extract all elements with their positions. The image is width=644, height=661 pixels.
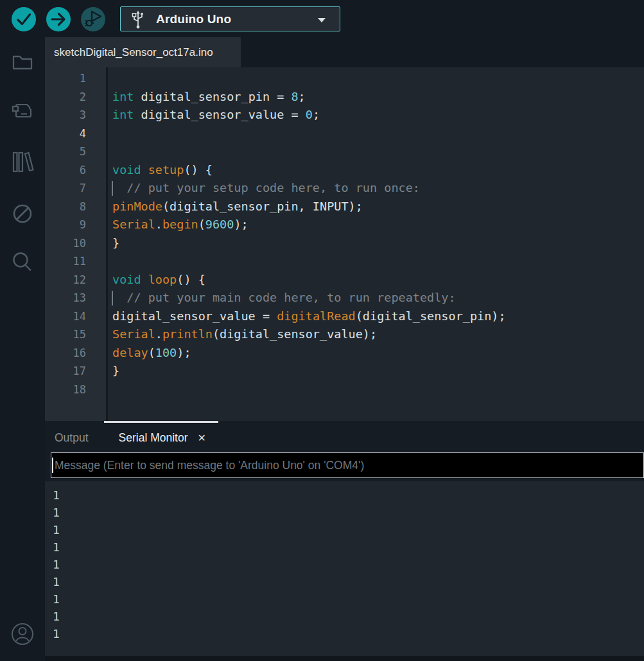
code-token-keyword: void <box>112 163 141 176</box>
board-selector-label: Arduino Uno <box>156 12 231 26</box>
search-icon <box>10 250 35 275</box>
code-token-default: (digital_sensor_value); <box>213 327 377 341</box>
line-number: 4 <box>45 124 106 143</box>
code-token-function: pinMode <box>112 200 162 213</box>
code-token-comment: // put your main code here, to run repea… <box>112 291 456 304</box>
code-token-default: . <box>155 327 162 341</box>
sidebar-item-sketchbook[interactable] <box>11 50 34 73</box>
code-line[interactable]: } <box>110 362 644 381</box>
serial-output-line: 1 <box>53 556 644 573</box>
tab-serial-monitor-label: Serial Monitor <box>119 431 188 445</box>
code-line[interactable]: Serial.begin(9600); <box>110 216 644 234</box>
serial-output-line: 1 <box>53 625 644 642</box>
code-line[interactable] <box>110 69 644 88</box>
line-number: 14 <box>45 307 106 326</box>
line-number: 15 <box>45 325 106 344</box>
code-line[interactable]: // put your main code here, to run repea… <box>110 289 644 307</box>
line-number: 1 <box>45 69 106 88</box>
code-token-default: () { <box>177 273 205 286</box>
code-token-default: digital_sensor_value = <box>134 108 305 121</box>
top-toolbar: Arduino Uno <box>0 0 644 37</box>
code-token-default: ); <box>234 218 248 231</box>
code-token-function: setup <box>148 163 184 176</box>
sidebar-item-account[interactable] <box>11 622 34 646</box>
code-token-default: } <box>112 236 119 250</box>
sidebar-item-boards-manager[interactable] <box>11 99 34 123</box>
code-token-comment: // put your setup code here, to run once… <box>112 181 420 194</box>
tab-serial-monitor[interactable]: Serial Monitor ✕ <box>119 431 206 445</box>
serial-output-line: 1 <box>53 521 644 538</box>
serial-output-line: 1 <box>53 573 644 590</box>
code-line[interactable]: void setup() { <box>110 161 644 180</box>
upload-button[interactable] <box>46 7 71 31</box>
serial-message-input[interactable] <box>51 452 644 478</box>
code-token-default: . <box>155 218 162 231</box>
code-line[interactable]: // put your setup code here, to run once… <box>110 179 644 198</box>
code-token-default: ( <box>148 346 155 359</box>
bottom-panel: Output Serial Monitor ✕ 111111111 <box>45 421 644 661</box>
serial-output-line: 1 <box>53 590 644 608</box>
code-token-default <box>141 273 148 286</box>
tab-output[interactable]: Output <box>55 431 89 445</box>
library-books-icon <box>11 151 34 174</box>
checkmark-icon <box>12 7 36 31</box>
editor-gutter: 123456789101112131415161718 <box>45 67 108 421</box>
chevron-down-icon <box>318 18 326 22</box>
sidebar-item-search[interactable] <box>11 251 34 274</box>
code-token-function: delay <box>112 346 148 359</box>
code-line[interactable] <box>110 142 644 161</box>
code-token-number: 9600 <box>205 218 234 231</box>
code-editor[interactable]: 123456789101112131415161718 int digital_… <box>45 67 644 421</box>
code-area[interactable]: int digital_sensor_pin = 8;int digital_s… <box>110 67 644 421</box>
tab-sketch[interactable]: sketchDigital_Sensor_oct17a.ino <box>45 37 241 67</box>
line-number: 2 <box>45 88 106 107</box>
start-debugging-button[interactable] <box>81 7 105 31</box>
code-line[interactable]: pinMode(digital_sensor_pin, INPUT); <box>110 198 644 216</box>
code-line[interactable]: digital_sensor_value = digitalRead(digit… <box>110 307 644 326</box>
code-token-function: Serial <box>112 218 155 231</box>
code-token-default <box>141 163 148 176</box>
tab-sketch-label: sketchDigital_Sensor_oct17a.ino <box>54 46 213 59</box>
debug-play-icon <box>81 7 105 31</box>
line-number: 11 <box>45 252 106 271</box>
code-token-default: digital_sensor_pin = <box>134 90 291 103</box>
code-line[interactable]: } <box>110 234 644 253</box>
code-token-default: ( <box>198 218 205 231</box>
folder-icon <box>11 51 34 72</box>
code-token-default: (digital_sensor_pin); <box>356 309 506 323</box>
code-token-default: } <box>112 364 119 377</box>
activity-bar <box>0 37 45 661</box>
code-token-function: loop <box>148 273 177 286</box>
line-number: 5 <box>45 142 106 161</box>
code-line[interactable] <box>110 252 644 271</box>
close-icon[interactable]: ✕ <box>198 432 206 444</box>
code-token-default: ; <box>299 90 306 103</box>
sidebar-item-library-manager[interactable] <box>11 151 34 174</box>
line-number: 13 <box>45 289 106 307</box>
line-number: 16 <box>45 344 106 363</box>
serial-output-line: 1 <box>53 504 644 521</box>
code-line[interactable]: delay(100); <box>110 344 644 363</box>
sidebar-item-debug[interactable] <box>11 202 34 225</box>
code-line[interactable] <box>110 124 644 143</box>
code-token-number: 0 <box>306 108 313 121</box>
code-token-function: begin <box>162 218 198 231</box>
panel-bottom-strip <box>45 656 644 661</box>
code-line[interactable]: int digital_sensor_pin = 8; <box>110 88 644 107</box>
serial-output-line: 1 <box>53 608 644 625</box>
account-icon <box>10 622 35 646</box>
line-number: 10 <box>45 234 106 253</box>
code-line[interactable]: int digital_sensor_value = 0; <box>110 106 644 124</box>
code-line[interactable] <box>110 381 644 399</box>
board-selector-dropdown[interactable]: Arduino Uno <box>120 6 340 31</box>
text-caret <box>52 458 53 473</box>
code-line[interactable]: void loop() { <box>110 271 644 289</box>
panel-tabstrip: Output Serial Monitor ✕ <box>45 423 644 452</box>
arrow-right-icon <box>46 7 71 31</box>
serial-output[interactable]: 111111111 <box>45 481 644 656</box>
verify-button[interactable] <box>12 7 36 31</box>
line-number: 8 <box>45 198 106 216</box>
code-line[interactable]: Serial.println(digital_sensor_value); <box>110 325 644 344</box>
code-token-keyword: int <box>112 108 134 121</box>
code-token-function: println <box>162 327 213 341</box>
